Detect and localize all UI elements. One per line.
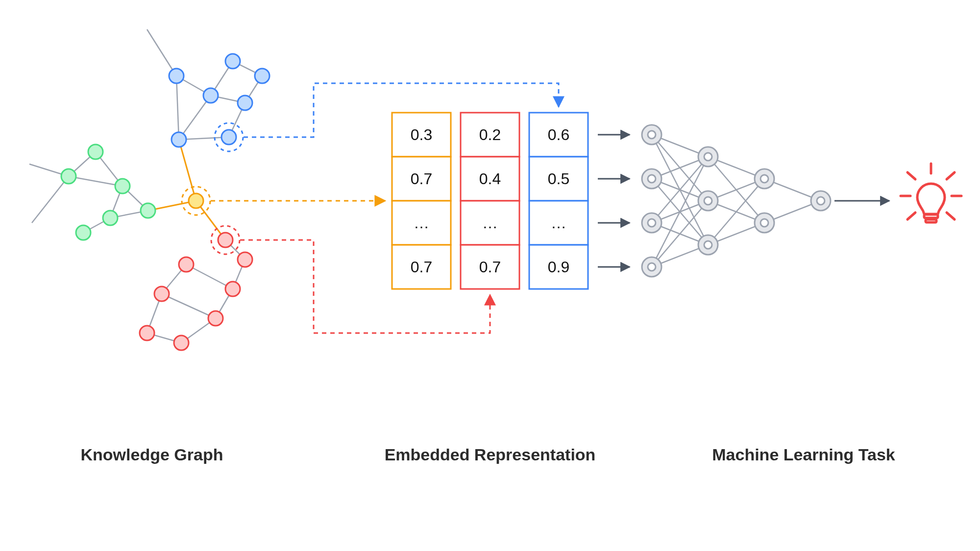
svg-line-8 bbox=[69, 176, 122, 186]
svg-line-13 bbox=[176, 76, 179, 140]
caption-embedded-representation: Embedded Representation bbox=[385, 445, 596, 464]
embedding-value: 0.7 bbox=[411, 258, 432, 276]
graph-node bbox=[179, 257, 194, 272]
diagram-root: 0.30.7…0.70.20.4…0.70.60.5…0.9 Knowledge… bbox=[0, 0, 980, 551]
graph-node bbox=[103, 211, 118, 225]
graph-node bbox=[238, 252, 252, 267]
nn-node-inner bbox=[760, 175, 768, 183]
graph-node bbox=[225, 54, 240, 69]
graph-node bbox=[255, 69, 270, 83]
graph-node bbox=[221, 130, 236, 144]
svg-line-30 bbox=[162, 294, 216, 318]
embedding-value: 0.9 bbox=[548, 258, 569, 276]
connector-red bbox=[240, 240, 490, 333]
bulb-glass bbox=[917, 184, 945, 214]
nn-node-inner bbox=[760, 219, 768, 227]
embedding-column-red: 0.20.4…0.7 bbox=[461, 113, 519, 289]
graph-node bbox=[61, 169, 76, 184]
graph-node bbox=[172, 132, 186, 147]
graph-node bbox=[141, 203, 155, 218]
graph-node bbox=[115, 179, 130, 193]
nn-node-inner bbox=[704, 241, 712, 249]
svg-line-2 bbox=[147, 29, 176, 76]
lightbulb-icon bbox=[901, 164, 961, 222]
nn-node-inner bbox=[704, 197, 712, 205]
bulb-base bbox=[926, 219, 936, 222]
embedding-column-blue: 0.60.5…0.9 bbox=[529, 113, 588, 289]
knowledge-graph bbox=[29, 29, 270, 350]
neural-network bbox=[642, 125, 889, 277]
embedding-value: … bbox=[482, 214, 498, 232]
caption-knowledge-graph: Knowledge Graph bbox=[81, 445, 223, 464]
bulb-ray bbox=[907, 213, 915, 219]
nn-node-inner bbox=[704, 153, 712, 161]
graph-node bbox=[169, 69, 184, 83]
graph-node bbox=[225, 282, 240, 296]
svg-line-14 bbox=[179, 96, 211, 140]
graph-node bbox=[88, 144, 103, 159]
embedding-value: 0.7 bbox=[411, 170, 432, 188]
svg-line-1 bbox=[32, 176, 69, 223]
nn-edge bbox=[708, 179, 764, 245]
embedding-value: 0.4 bbox=[479, 170, 501, 188]
nn-node-inner bbox=[648, 263, 656, 271]
nn-node-inner bbox=[648, 131, 656, 139]
graph-node-center bbox=[189, 193, 203, 208]
graph-node bbox=[238, 96, 252, 110]
bulb-ray bbox=[907, 172, 915, 179]
svg-line-4 bbox=[179, 140, 196, 201]
embedding-value: … bbox=[551, 214, 566, 232]
embedding-value: … bbox=[414, 214, 429, 232]
graph-node bbox=[174, 335, 189, 350]
nn-node-inner bbox=[817, 197, 825, 205]
graph-node bbox=[140, 326, 154, 340]
embedding-value: 0.2 bbox=[479, 126, 501, 144]
embedding-vectors: 0.30.7…0.70.20.4…0.70.60.5…0.9 bbox=[392, 113, 588, 289]
embedding-value: 0.3 bbox=[411, 126, 432, 144]
graph-node bbox=[203, 88, 218, 103]
embedding-column-orange: 0.30.7…0.7 bbox=[392, 113, 451, 289]
embedding-value: 0.7 bbox=[479, 258, 501, 276]
bulb-base bbox=[924, 215, 938, 218]
embedding-to-nn-arrows bbox=[598, 135, 630, 267]
graph-node bbox=[208, 311, 223, 326]
bulb-ray bbox=[947, 213, 955, 219]
nn-node-inner bbox=[648, 219, 656, 227]
bulb-ray bbox=[947, 172, 955, 179]
embedding-value: 0.6 bbox=[548, 126, 569, 144]
graph-node bbox=[154, 287, 169, 301]
nn-node-inner bbox=[648, 175, 656, 183]
embedding-value: 0.5 bbox=[548, 170, 569, 188]
graph-node bbox=[218, 233, 233, 247]
caption-ml-task: Machine Learning Task bbox=[712, 445, 895, 464]
graph-node bbox=[76, 225, 91, 240]
